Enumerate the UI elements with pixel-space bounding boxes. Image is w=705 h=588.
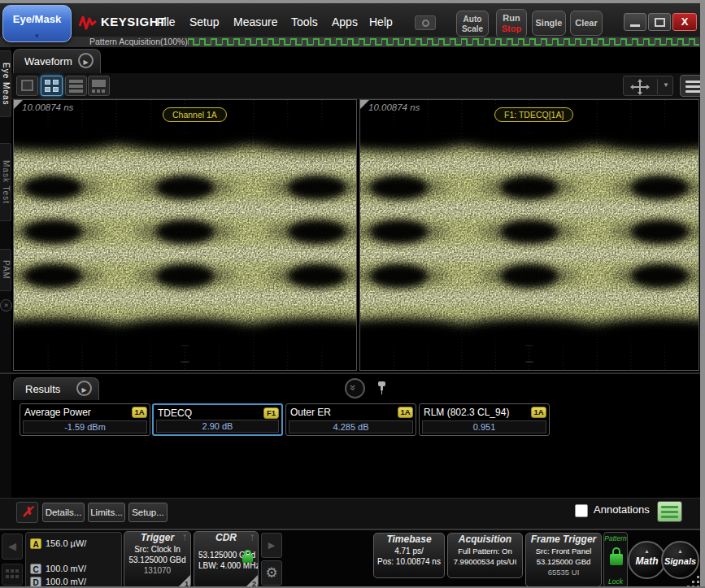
play-icon: ▶ — [83, 59, 88, 66]
result-card-tdecq[interactable]: TDECQ F1 2.90 dB — [152, 403, 283, 436]
frame-trigger-title: Frame Trigger — [526, 534, 601, 546]
menu-tools[interactable]: Tools — [291, 13, 318, 31]
minimize-button[interactable] — [624, 13, 646, 31]
statusbar-grid-button[interactable] — [2, 564, 23, 586]
timebase-position-readout: 10.00874 ns — [22, 102, 73, 112]
menu-file[interactable]: File — [157, 13, 176, 31]
results-collapse-button[interactable]: » — [345, 378, 365, 399]
sidebar-tab-mask-test[interactable]: Mask Test — [0, 143, 11, 221]
menu-setup[interactable]: Setup — [189, 13, 220, 31]
mode-tab-label: Eye/Mask — [13, 13, 61, 25]
eye-panel-f1-tdecq: 10.00874 ns F1: TDECQ[1A] — [359, 99, 699, 371]
math-label: Math — [629, 555, 664, 567]
result-card-rlm[interactable]: RLM (802.3 CL_94) 1A 0.951 — [419, 403, 550, 436]
menu-measure[interactable]: Measure — [233, 13, 277, 31]
pan-dropdown-icon[interactable]: ▼ — [663, 81, 669, 89]
layout-rows-button[interactable] — [65, 76, 87, 96]
frame-trigger-panel[interactable]: Frame Trigger Src: Front Panel 53.125000… — [525, 533, 602, 587]
divider — [657, 79, 658, 94]
statusbar-play-button[interactable]: ▶ — [261, 533, 282, 558]
result-card-average-power[interactable]: Average Power 1A -1.59 dBm — [20, 403, 150, 436]
channel-c-row[interactable]: C 100.0 mV/ — [30, 563, 86, 574]
waveform-play-button[interactable]: ▶ — [78, 53, 94, 68]
pattern-lock-top-label: Pattern — [604, 534, 627, 542]
auto-scale-line1: Auto — [463, 15, 482, 24]
pattern-acquisition-label: Pattern Acquisition — [89, 37, 160, 47]
channel-a-scale: 156.0 µW/ — [46, 538, 86, 548]
tab-waveform[interactable]: Waveform ▶ — [13, 49, 101, 73]
mode-tab-dropdown-icon[interactable]: ▼ — [34, 33, 41, 40]
sidebar-expand-button[interactable]: » — [0, 299, 12, 311]
pattern-acquisition-percent: (100%) — [160, 37, 188, 47]
results-play-button[interactable]: ▶ — [76, 381, 92, 396]
setup-button[interactable]: Setup... — [128, 503, 168, 522]
limits-button[interactable]: Limits... — [88, 503, 125, 522]
move-arrows-icon — [630, 79, 650, 95]
mode-tab-eye-mask[interactable]: Eye/Mask ▼ — [2, 5, 72, 42]
pan-tool-group[interactable]: ▼ — [623, 76, 673, 96]
sidebar-tab-eye-meas[interactable]: Eye Meas — [0, 50, 11, 117]
auto-scale-button[interactable]: Auto Scale — [456, 11, 489, 37]
tab-results[interactable]: Results ▶ — [13, 377, 99, 400]
pattern-lock-bottom-label: Lock — [604, 577, 627, 586]
channel-c-badge: C — [30, 564, 41, 574]
layout-single-button[interactable] — [16, 76, 38, 96]
cdr-panel[interactable]: CDR ᛉ 53.125000 GBd LBW: 4.000 MHz 2 — [194, 531, 259, 588]
pattern-lock-button[interactable]: Pattern Lock — [603, 532, 628, 588]
up-triangle-icon: ▲ — [663, 547, 698, 555]
result-value: 4.285 dB — [289, 420, 413, 433]
signals-button[interactable]: ▲ Signals — [661, 541, 699, 579]
statusbar-back-button[interactable]: ◀ — [2, 534, 23, 560]
maximize-button[interactable] — [648, 13, 671, 31]
trigger-panel[interactable]: Trigger ᛉ Src: Clock In 53.125000 GBd 13… — [124, 531, 191, 588]
annotations-checkbox[interactable] — [575, 504, 588, 517]
result-card-outer-er[interactable]: Outer ER 1A 4.285 dB — [285, 403, 416, 436]
math-button[interactable]: ▲ Math — [628, 541, 666, 579]
play-icon: ▶ — [268, 540, 275, 550]
back-icon: ◀ — [8, 540, 16, 552]
channel-d-scale: 100.0 mV/ — [46, 577, 86, 586]
layout-quad-button[interactable] — [41, 76, 63, 96]
pin-icon[interactable] — [376, 380, 388, 396]
cdr-lock-icon — [242, 550, 253, 564]
eye-panel-channel-1a: 10.00874 ns Channel 1A — [13, 99, 357, 371]
result-name: TDECQ — [154, 407, 263, 419]
timebase-panel[interactable]: Timebase 4.71 ps/ Pos: 10.00874 ns — [373, 533, 445, 578]
screenshot-camera-icon[interactable] — [415, 15, 436, 30]
channel-d-row[interactable]: D 100.0 mV/ — [30, 576, 86, 587]
timebase-position-readout: 10.00874 ns — [368, 102, 420, 112]
result-name: Outer ER — [286, 407, 398, 418]
keysight-logo-icon — [79, 15, 97, 31]
channel-scale-readouts[interactable]: A 156.0 µW/ C 100.0 mV/ D 100.0 mV/ — [25, 532, 122, 588]
acquisition-mode: Full Pattern: On — [448, 546, 522, 556]
acquisition-panel[interactable]: Acquisition Full Pattern: On 7.99000534 … — [447, 533, 523, 578]
window-border-right — [700, 0, 705, 588]
result-value: -1.59 dBm — [23, 420, 147, 433]
channel-d-badge: D — [30, 577, 41, 587]
delete-measurement-button[interactable]: ✗ — [16, 502, 38, 523]
layout-single-icon — [21, 80, 33, 91]
clear-button[interactable]: Clear — [570, 11, 603, 36]
frame-trigger-rate: 53.125000 GBd — [526, 556, 601, 567]
channel-a-row[interactable]: A 156.0 µW/ — [30, 538, 86, 549]
result-value: 0.951 — [422, 420, 546, 433]
run-label: Run — [503, 13, 520, 23]
play-icon: ▶ — [81, 386, 86, 394]
sidebar-tab-pam[interactable]: PAM — [0, 249, 11, 291]
results-tab-label: Results — [25, 383, 60, 395]
annotations-style-button[interactable] — [657, 501, 682, 522]
single-button[interactable]: Single — [532, 11, 566, 36]
result-value: 2.90 dB — [156, 420, 279, 433]
gear-button[interactable]: ⚙ — [261, 560, 282, 586]
source-label-pill[interactable]: F1: TDECQ[1A] — [494, 107, 573, 122]
source-badge: 1A — [398, 407, 413, 418]
menu-help[interactable]: Help — [369, 13, 393, 31]
timebase-scale: 4.71 ps/ — [374, 546, 444, 556]
close-button[interactable]: X — [672, 13, 697, 31]
details-button[interactable]: Details... — [42, 503, 85, 522]
source-label-pill[interactable]: Channel 1A — [163, 107, 227, 122]
source-badge: 1A — [132, 407, 147, 418]
layout-mixed-button[interactable] — [88, 76, 110, 96]
menu-apps[interactable]: Apps — [332, 13, 358, 31]
run-stop-button[interactable]: Run Stop — [496, 9, 527, 38]
